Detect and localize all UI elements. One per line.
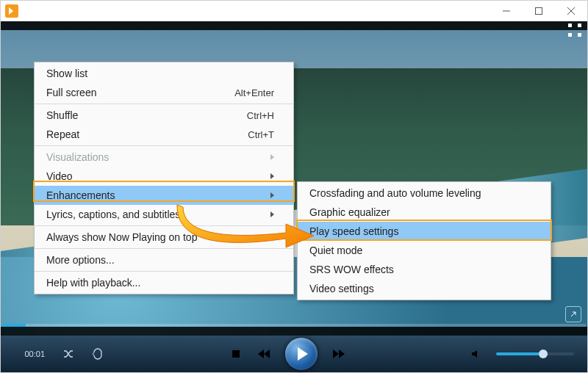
menu-item-lyrics[interactable]: Lyrics, captions, and subtitles	[35, 205, 293, 224]
menu-label: Video	[46, 170, 73, 182]
submenu-item-srs-wow[interactable]: SRS WOW effects	[298, 260, 551, 279]
app-window: Show list Full screenAlt+Enter ShuffleCt…	[0, 0, 588, 373]
menu-item-full-screen[interactable]: Full screenAlt+Enter	[35, 83, 293, 102]
menu-item-video[interactable]: Video	[35, 167, 293, 186]
play-button[interactable]	[285, 338, 318, 370]
menu-shortcut: Ctrl+H	[247, 110, 274, 121]
chevron-right-icon	[270, 173, 274, 179]
menu-label: Enhancements	[46, 189, 115, 201]
menu-label: Quiet mode	[309, 245, 362, 256]
menu-label: Always show Now Playing on top	[46, 231, 197, 243]
close-button[interactable]	[555, 1, 587, 21]
playback-controls: 00:01	[1, 336, 587, 372]
menu-label: Graphic equalizer	[309, 206, 390, 218]
menu-item-repeat[interactable]: RepeatCtrl+T	[35, 125, 293, 144]
titlebar	[1, 1, 587, 21]
submenu-item-quiet-mode[interactable]: Quiet mode	[298, 241, 551, 260]
menu-label: More options...	[46, 254, 115, 266]
menu-shortcut: Alt+Enter	[234, 87, 274, 98]
chevron-right-icon	[270, 192, 274, 198]
menu-label: Video settings	[309, 283, 374, 294]
menu-label: Show list	[46, 68, 87, 79]
svg-rect-4	[232, 350, 240, 358]
seek-bar[interactable]	[2, 324, 586, 327]
submenu-item-video-settings[interactable]: Video settings	[298, 279, 551, 298]
context-menu: Show list Full screenAlt+Enter ShuffleCt…	[34, 62, 294, 294]
shuffle-button[interactable]	[60, 345, 77, 363]
menu-label: Full screen	[46, 87, 96, 98]
menu-item-visualizations: Visualizations	[35, 148, 293, 167]
menu-item-always-on-top[interactable]: Always show Now Playing on top	[35, 228, 293, 247]
chevron-right-icon	[270, 211, 274, 217]
volume-slider[interactable]	[496, 352, 574, 355]
menu-label: Lyrics, captions, and subtitles	[46, 209, 180, 220]
mute-button[interactable]	[468, 346, 484, 362]
svg-rect-1	[536, 8, 542, 15]
menu-label: Play speed settings	[309, 225, 398, 237]
menu-item-show-list[interactable]: Show list	[35, 64, 293, 83]
submenu-item-graphic-equalizer[interactable]: Graphic equalizer	[298, 203, 551, 222]
volume-group	[462, 346, 580, 362]
next-button[interactable]	[331, 346, 347, 362]
repeat-button[interactable]	[89, 345, 107, 363]
enhancements-submenu: Crossfading and auto volume leveling Gra…	[297, 181, 551, 300]
switch-to-library-icon[interactable]	[565, 306, 581, 322]
video-area[interactable]: Show list Full screenAlt+Enter ShuffleCt…	[1, 21, 587, 336]
transport-group	[112, 338, 462, 370]
view-fullscreen-icon[interactable]	[568, 23, 581, 37]
menu-item-more-options[interactable]: More options...	[35, 250, 293, 269]
menu-label: Shuffle	[46, 109, 78, 121]
maximize-button[interactable]	[523, 1, 555, 21]
chevron-right-icon	[270, 154, 274, 160]
menu-item-enhancements[interactable]: Enhancements	[35, 186, 293, 205]
menu-label: Visualizations	[46, 151, 109, 163]
submenu-item-crossfading[interactable]: Crossfading and auto volume leveling	[298, 184, 551, 203]
menu-label: SRS WOW effects	[309, 264, 394, 275]
elapsed-time: 00:01	[8, 350, 45, 358]
menu-item-help-playback[interactable]: Help with playback...	[35, 273, 293, 292]
stop-button[interactable]	[228, 346, 244, 362]
menu-label: Help with playback...	[46, 277, 140, 289]
menu-shortcut: Ctrl+T	[248, 129, 274, 140]
menu-label: Crossfading and auto volume leveling	[309, 187, 481, 199]
menu-label: Repeat	[46, 128, 79, 140]
previous-button[interactable]	[256, 346, 272, 362]
menu-item-shuffle[interactable]: ShuffleCtrl+H	[35, 106, 293, 125]
submenu-item-play-speed[interactable]: Play speed settings	[298, 222, 551, 241]
app-icon	[5, 4, 18, 18]
minimize-button[interactable]	[490, 1, 523, 21]
